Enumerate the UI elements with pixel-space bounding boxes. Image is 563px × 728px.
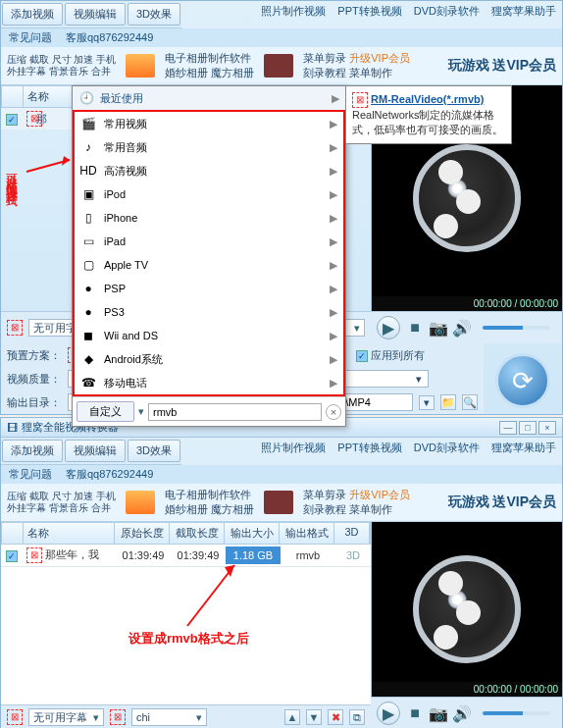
annotation-arrow-side <box>21 156 75 176</box>
cell-orig-len: 01:39:49 <box>116 546 171 564</box>
app-icon: 🎞 <box>7 422 18 434</box>
play-button[interactable]: ▶ <box>377 316 400 339</box>
3d-effect-button-2[interactable]: 3D效果 <box>128 440 180 462</box>
snapshot-button[interactable]: 📷 <box>430 319 447 337</box>
link-photo-2[interactable]: 照片制作视频 <box>261 441 326 455</box>
play-game-vip-2[interactable]: 玩游戏 送VIP会员 <box>448 494 556 511</box>
apply-all-checkbox[interactable]: ✓ <box>356 350 368 362</box>
qq-contact[interactable]: 客服qq876292449 <box>66 30 153 45</box>
link-dvd-2[interactable]: DVD刻录软件 <box>414 441 480 455</box>
iphone-icon: ▯ <box>80 210 96 226</box>
clear-search-icon[interactable]: × <box>326 404 341 420</box>
fmt-appletv[interactable]: ▢Apple TV▶ <box>75 253 343 277</box>
custom-button[interactable]: 自定义 <box>77 401 134 422</box>
col-out-size[interactable]: 输出大小 <box>225 523 280 544</box>
vip-upgrade-link-2[interactable]: 升级VIP会员 <box>349 489 410 500</box>
chevron-down-icon[interactable]: ▾ <box>138 405 144 418</box>
vip-upgrade-link[interactable]: 升级VIP会员 <box>349 52 410 64</box>
android-icon: ◆ <box>80 351 96 367</box>
fmt-iphone[interactable]: ▯iPhone▶ <box>75 206 343 230</box>
promo-menu1[interactable]: 菜单剪录 <box>303 52 346 64</box>
link-apple-2[interactable]: 狸窝苹果助手 <box>491 441 556 455</box>
promo-album2-2[interactable]: 婚纱相册 魔方相册 <box>165 502 254 517</box>
promo-menu1-2[interactable]: 菜单剪录 <box>303 489 346 500</box>
browse-button[interactable]: 🔍 <box>462 394 478 410</box>
cell-3d[interactable]: 3D <box>335 546 371 564</box>
stop-button[interactable]: ■ <box>406 319 424 337</box>
open-folder-button[interactable]: 📁 <box>440 394 456 410</box>
annotation-side-text: 可通过对应的选项选择格式 <box>3 164 20 187</box>
col-orig-len[interactable]: 原始长度 <box>115 523 170 544</box>
recent-used-header[interactable]: 🕘 最近使用 ▶ ⊠ RM-RealVideo(*.rmvb) RealNetw… <box>73 86 345 110</box>
link-ppt[interactable]: PPT转换视频 <box>337 4 401 19</box>
side-desc: RealNetworks制定的流媒体格式，低码率也有可接受的画质。 <box>352 108 505 137</box>
merge-button[interactable]: ⧉ <box>349 709 365 725</box>
svg-line-4 <box>187 565 234 626</box>
stop-button-2[interactable]: ■ <box>406 704 424 722</box>
faq-link-2[interactable]: 常见问题 <box>9 467 52 482</box>
promo-album1-2[interactable]: 电子相册制作软件 <box>165 488 254 502</box>
promo-menu2[interactable]: 刻录教程 菜单制作 <box>303 66 410 80</box>
promo-banner-2: 压缩 截取 尺寸 加速 手机 外挂字幕 背景音乐 合并 电子相册制作软件 婚纱相… <box>1 484 562 522</box>
col-3d[interactable]: 3D <box>334 523 370 544</box>
play-button-2[interactable]: ▶ <box>377 702 400 725</box>
fmt-ps3[interactable]: ●PS3▶ <box>75 300 343 324</box>
dir-dropdown[interactable]: ▾ <box>419 395 435 410</box>
volume-icon-2[interactable]: 🔊 <box>453 704 471 722</box>
video-edit-button-2[interactable]: 视频编辑 <box>65 440 126 462</box>
audio-track-select[interactable]: chi▾ <box>131 708 207 726</box>
col-out-fmt[interactable]: 输出格式 <box>280 523 334 544</box>
move-down-button[interactable]: ▼ <box>306 709 322 725</box>
link-apple[interactable]: 狸窝苹果助手 <box>491 4 556 19</box>
promo-album2[interactable]: 婚纱相册 魔方相册 <box>165 66 254 80</box>
maximize-button[interactable]: □ <box>519 421 537 435</box>
player-controls: ▶ ■ 📷 🔊 <box>371 311 562 343</box>
audio-missing-icon-2: ⊠ <box>110 709 126 725</box>
convert-button[interactable]: ⟳ <box>495 353 550 408</box>
preview-pane-2: 00:00:00 / 00:00:00 <box>371 522 562 697</box>
link-photo[interactable]: 照片制作视频 <box>261 4 326 19</box>
promo-menu2-2[interactable]: 刻录教程 菜单制作 <box>303 502 410 517</box>
col-cut-len[interactable]: 截取长度 <box>170 523 225 544</box>
fmt-common-audio[interactable]: ♪常用音频▶ <box>75 135 343 159</box>
fmt-ipod[interactable]: ▣iPod▶ <box>75 182 343 206</box>
col-name-2[interactable]: 名称 <box>24 523 115 544</box>
fmt-android[interactable]: ◆Android系统▶ <box>75 347 343 371</box>
table-row-2[interactable]: ✓ ⊠ 那些年，我 01:39:49 01:39:49 1.18 GB rmvb… <box>1 545 371 567</box>
close-button[interactable]: × <box>538 421 556 435</box>
ipod-icon: ▣ <box>80 186 96 202</box>
play-game-vip[interactable]: 玩游戏 送VIP会员 <box>448 57 556 75</box>
promo-album1[interactable]: 电子相册制作软件 <box>165 51 254 66</box>
link-dvd[interactable]: DVD刻录软件 <box>414 4 480 19</box>
volume-slider-2[interactable] <box>483 711 550 715</box>
format-search-input[interactable] <box>148 403 322 421</box>
menu-thumb-icon <box>264 54 293 78</box>
fmt-wii-ds[interactable]: ◼Wii and DS▶ <box>75 324 343 347</box>
fmt-ipad[interactable]: ▭iPad▶ <box>75 230 343 253</box>
side-title[interactable]: RM-RealVideo(*.rmvb) <box>371 93 484 105</box>
clock-icon: 🕘 <box>78 90 94 106</box>
volume-slider[interactable] <box>483 326 550 330</box>
fmt-mobile[interactable]: ☎移动电话▶ <box>75 371 343 394</box>
3d-effect-button[interactable]: 3D效果 <box>128 3 180 26</box>
link-ppt-2[interactable]: PPT转换视频 <box>337 441 401 455</box>
ps3-icon: ● <box>80 304 96 320</box>
minimize-button[interactable]: — <box>499 421 517 435</box>
volume-icon[interactable]: 🔊 <box>453 319 471 337</box>
audio-icon: ♪ <box>80 139 96 155</box>
snapshot-button-2[interactable]: 📷 <box>430 704 447 722</box>
add-video-button[interactable]: 添加视频 <box>2 3 63 26</box>
delete-button[interactable]: ✖ <box>328 709 343 725</box>
faq-link[interactable]: 常见问题 <box>9 30 52 45</box>
video-edit-button[interactable]: 视频编辑 <box>65 3 126 26</box>
fmt-common-video[interactable]: 🎬常用视频▶ <box>75 112 343 135</box>
subtitle-select-2[interactable]: 无可用字幕▾ <box>28 708 104 726</box>
header-links: 照片制作视频 PPT转换视频 DVD刻录软件 狸窝苹果助手 <box>255 1 562 22</box>
row-checkbox[interactable]: ✓ <box>6 114 18 126</box>
fmt-hd-video[interactable]: HD高清视频▶ <box>75 159 343 182</box>
add-video-button-2[interactable]: 添加视频 <box>2 440 63 462</box>
fmt-psp[interactable]: ●PSP▶ <box>75 277 343 300</box>
row-checkbox-2[interactable]: ✓ <box>6 550 18 562</box>
move-up-button[interactable]: ▲ <box>284 709 300 725</box>
qq-contact-2[interactable]: 客服qq876292449 <box>66 467 153 482</box>
